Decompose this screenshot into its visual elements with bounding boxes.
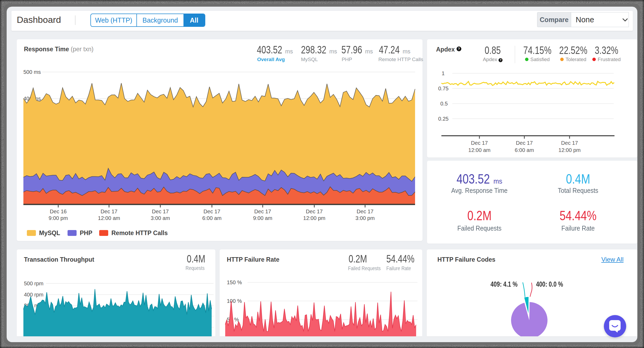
svg-text:Dec 17: Dec 17	[306, 209, 323, 214]
svg-text:6:00 am: 6:00 am	[202, 215, 221, 221]
svg-text:500 ms: 500 ms	[23, 69, 41, 75]
svg-text:9:00 pm: 9:00 pm	[49, 215, 68, 221]
svg-text:12:00 pm: 12:00 pm	[558, 147, 580, 153]
svg-text:Dec 17: Dec 17	[152, 209, 169, 214]
svg-text:Dec 17: Dec 17	[203, 209, 220, 214]
svg-text:0.25: 0.25	[438, 116, 449, 122]
svg-text:0.75: 0.75	[438, 86, 449, 91]
svg-text:12:00 am: 12:00 am	[98, 215, 120, 221]
svg-text:1: 1	[442, 70, 445, 76]
svg-text:150 %: 150 %	[227, 279, 242, 285]
svg-text:Dec 17: Dec 17	[471, 140, 488, 146]
svg-text:12:00 am: 12:00 am	[468, 147, 490, 153]
svg-text:100 %: 100 %	[227, 298, 242, 304]
svg-text:6:00 am: 6:00 am	[515, 147, 534, 153]
svg-text:500 rpm: 500 rpm	[24, 281, 43, 286]
svg-text:3:00 am: 3:00 am	[151, 215, 170, 221]
svg-text:Dec 17: Dec 17	[516, 140, 533, 146]
svg-text:Dec 16: Dec 16	[50, 209, 66, 214]
svg-text:MySQL: MySQL	[39, 230, 60, 236]
svg-text:Dec 17: Dec 17	[254, 209, 271, 214]
svg-text:Dec 17: Dec 17	[561, 140, 578, 146]
svg-text:0.5: 0.5	[440, 101, 448, 107]
svg-text:Remote HTTP Calls: Remote HTTP Calls	[111, 230, 168, 236]
svg-text:12:00 pm: 12:00 pm	[303, 215, 325, 221]
svg-text:400 rpm: 400 rpm	[24, 292, 43, 298]
svg-text:PHP: PHP	[80, 230, 92, 236]
svg-text:Dec 17: Dec 17	[101, 209, 117, 214]
svg-text:Dec 17: Dec 17	[357, 209, 373, 214]
svg-text:3:00 pm: 3:00 pm	[356, 215, 375, 221]
svg-text:9:00 am: 9:00 am	[253, 215, 272, 221]
